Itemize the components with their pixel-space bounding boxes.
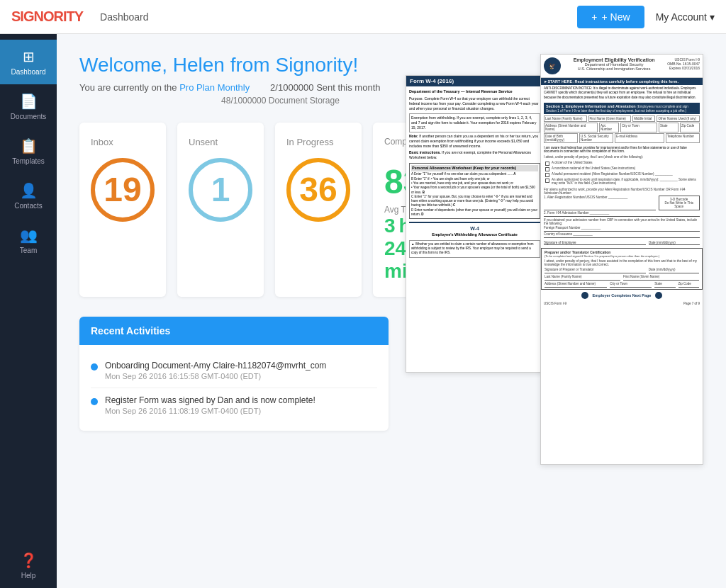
- i9-logo: 🦅: [544, 57, 561, 74]
- contacts-icon: 👤: [20, 182, 38, 199]
- sidebar-label-documents: Documents: [11, 113, 47, 120]
- i9-right-block: USCIS Form I-9 OMB No. 1615-0047 Expires…: [667, 57, 700, 70]
- usage-storage: 48/1000000 Document Storage: [79, 96, 389, 106]
- activity-time-2: Mon Sep 26 2016 11:08:19 GMT-0400 (EDT): [105, 407, 315, 415]
- i9-attestation-text: I am aware that federal law provides for…: [541, 145, 703, 154]
- i9-section1-title: Section 1. Employee Information and Atte…: [544, 103, 700, 114]
- new-button[interactable]: + + New: [577, 6, 644, 28]
- unsent-value: 1: [211, 173, 230, 207]
- activity-dot: [91, 363, 98, 371]
- inprogress-ring: 36: [286, 158, 350, 222]
- i9-section1: Section 1. Employee Information and Atte…: [541, 101, 703, 145]
- i9-title-block: Employment Eligibility Verification Depa…: [564, 57, 664, 71]
- form-w4-preview: Form W-4 (2016) Department of the Treasu…: [406, 75, 544, 373]
- w4-header: Form W-4 (2016): [406, 76, 543, 86]
- welcome-title: Welcome, Helen from Signority!: [79, 54, 389, 77]
- documents-icon: 📄: [20, 93, 38, 110]
- logo: SIGNORITY: [11, 9, 83, 25]
- new-label: + New: [602, 11, 630, 23]
- stat-card-unsent[interactable]: Unsent 1: [177, 123, 264, 297]
- form-i9-preview: 🦅 Employment Eligibility Verification De…: [540, 54, 703, 465]
- document-previews: Form W-4 (2016) Department of the Treasu…: [406, 54, 703, 550]
- activity-item: Register Form was signed by Dan and is n…: [91, 388, 377, 422]
- usage-sent: 2/1000000 Sent this month: [270, 82, 380, 93]
- my-account-menu[interactable]: My Account ▾: [656, 11, 715, 23]
- sidebar: ⊞ Dashboard 📄 Documents 📋 Templates 👤 Co…: [0, 34, 57, 588]
- breadcrumb: Dashboard: [94, 11, 149, 23]
- activity-item: Onboarding Document-Amy Claire-h1182074@…: [91, 354, 377, 388]
- sidebar-item-dashboard[interactable]: ⊞ Dashboard: [0, 40, 57, 84]
- avg-hours: 3: [384, 215, 396, 237]
- i9-alien-section: For aliens authorized to work, provide y…: [541, 186, 703, 239]
- logo-sign: SIGN: [11, 9, 43, 24]
- sidebar-label-contacts: Contacts: [14, 202, 42, 210]
- inbox-value: 19: [104, 173, 141, 207]
- sidebar-label-help: Help: [21, 572, 36, 579]
- w4-body: Department of the Treasury — Internal Re…: [406, 86, 543, 261]
- avg-minutes: 24: [384, 237, 406, 259]
- plus-icon: +: [591, 11, 597, 23]
- sidebar-label-dashboard: Dashboard: [11, 68, 46, 76]
- stats-row: Inbox 19 Unsent 1: [79, 123, 389, 297]
- sidebar-item-help[interactable]: ❓ Help: [0, 543, 57, 588]
- i9-footer: USCIS Form I-9 Page 7 of 9: [541, 301, 703, 306]
- activity-dot: [91, 398, 98, 405]
- main-content: Welcome, Helen from Signority! You are c…: [57, 34, 726, 588]
- sidebar-item-contacts[interactable]: 👤 Contacts: [0, 174, 57, 218]
- sidebar-label-templates: Templates: [12, 157, 45, 165]
- help-icon: ❓: [20, 552, 38, 569]
- i9-start-here: ►START HERE: Read instructions carefully…: [541, 78, 703, 85]
- inbox-ring: 19: [91, 158, 155, 222]
- inprogress-label: In Progress: [286, 137, 350, 147]
- logo-ority: ORITY: [43, 9, 83, 24]
- activity-text-2: Register Form was signed by Dan and is n…: [105, 395, 315, 405]
- plan-info: You are currently on the Pro Plan Monthl…: [79, 82, 389, 93]
- i9-attest-label: I attest, under penalty of perjury, that…: [541, 154, 703, 159]
- i9-next-page: Employer Completes Next Page: [543, 292, 700, 299]
- unsent-ring: 1: [189, 158, 252, 222]
- plan-text: You are currently on the: [79, 82, 177, 93]
- stat-card-inprogress[interactable]: In Progress 36: [275, 123, 362, 297]
- i9-preparer-section: Preparer and/or Translator Certification…: [541, 248, 703, 290]
- i9-top-row: 🦅 Employment Eligibility Verification De…: [541, 55, 703, 78]
- top-navigation: SIGNORITY Dashboard + + New My Account ▾: [0, 0, 726, 34]
- unsent-label: Unsent: [189, 137, 252, 147]
- sidebar-item-templates[interactable]: 📋 Templates: [0, 129, 57, 174]
- inprogress-value: 36: [299, 173, 337, 207]
- activities-header: Recent Activities: [79, 317, 389, 345]
- i9-instructions: ANTI-DISCRIMINATION NOTICE: It is illega…: [541, 85, 703, 101]
- sidebar-item-team[interactable]: 👥 Team: [0, 218, 57, 263]
- templates-icon: 📋: [20, 137, 38, 154]
- dashboard-icon: ⊞: [23, 48, 35, 65]
- activities-card: Recent Activities Onboarding Document-Am…: [79, 317, 389, 431]
- activity-text-1: Onboarding Document-Amy Claire-h1182074@…: [105, 361, 326, 371]
- team-icon: 👥: [20, 227, 38, 244]
- activity-time-1: Mon Sep 26 2016 16:15:58 GMT-0400 (EDT): [105, 372, 326, 380]
- sidebar-label-team: Team: [20, 247, 37, 254]
- sidebar-item-documents[interactable]: 📄 Documents: [0, 84, 57, 129]
- i9-checkboxes: A citizen of the United States A nonciti…: [541, 159, 703, 186]
- stat-card-inbox[interactable]: Inbox 19: [79, 123, 166, 297]
- inbox-label: Inbox: [91, 137, 155, 147]
- chevron-down-icon: ▾: [710, 11, 715, 23]
- activities-body: Onboarding Document-Amy Claire-h1182074@…: [79, 345, 389, 431]
- my-account-label: My Account: [656, 11, 707, 23]
- i9-signature-row: Signature of Employee Date (mm/dd/yyyy): [541, 239, 703, 247]
- plan-link[interactable]: Pro Plan Monthly: [179, 82, 250, 93]
